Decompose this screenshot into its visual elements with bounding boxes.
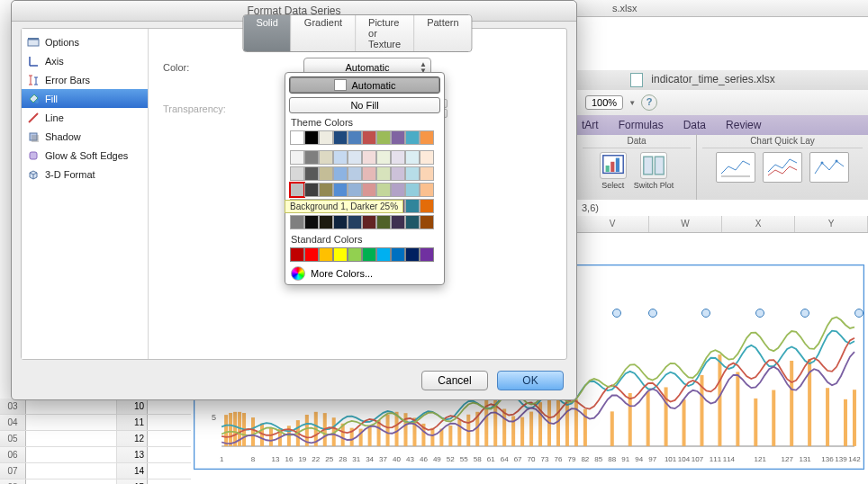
theme-color-swatch[interactable] [304, 130, 319, 145]
col-header-w[interactable]: W [649, 216, 722, 232]
standard-color-swatch[interactable] [348, 247, 362, 262]
theme-tint-swatch[interactable] [376, 166, 391, 181]
theme-tint-swatch[interactable] [362, 183, 376, 197]
standard-color-swatch[interactable] [304, 247, 319, 262]
theme-tint-swatch[interactable] [348, 215, 362, 229]
theme-tint-swatch[interactable] [290, 150, 304, 165]
standard-color-swatch[interactable] [319, 247, 333, 262]
sidebar-item-shadow[interactable]: Shadow [22, 127, 148, 146]
ok-button[interactable]: OK [497, 371, 564, 390]
theme-color-swatch[interactable] [319, 130, 333, 145]
theme-tint-swatch[interactable] [319, 166, 333, 181]
theme-tint-swatch[interactable] [304, 183, 319, 197]
row-header[interactable]: 14 [117, 463, 148, 479]
theme-tint-swatch[interactable] [348, 183, 362, 197]
fill-tab-gradient[interactable]: Gradient [292, 15, 356, 51]
theme-color-swatch[interactable] [362, 130, 376, 145]
fill-tab-picture-or-texture[interactable]: Picture or Texture [356, 15, 414, 51]
zoom-chevron-icon[interactable]: ▼ [628, 99, 636, 107]
switch-plot-button[interactable]: Switch Plot [634, 152, 674, 190]
theme-tint-swatch[interactable] [391, 150, 405, 165]
chart-layout-2[interactable] [763, 152, 802, 183]
theme-tint-swatch[interactable] [405, 183, 420, 197]
theme-tint-swatch[interactable] [333, 150, 348, 165]
fill-tab-pattern[interactable]: Pattern [414, 15, 471, 51]
sidebar-item-3-d-format[interactable]: 3-D Format [22, 165, 148, 184]
color-automatic-button[interactable]: Automatic [289, 76, 440, 94]
theme-tint-swatch[interactable] [290, 183, 304, 197]
col-header-v[interactable]: V [576, 216, 649, 232]
theme-color-swatch[interactable] [420, 130, 434, 145]
standard-color-swatch[interactable] [391, 247, 405, 262]
theme-tint-swatch[interactable] [304, 215, 319, 229]
row-header[interactable]: 13 [117, 447, 148, 462]
theme-tint-swatch[interactable] [319, 215, 333, 229]
theme-tint-swatch[interactable] [420, 199, 434, 213]
standard-color-swatch[interactable] [290, 247, 304, 262]
theme-color-swatch[interactable] [290, 130, 304, 145]
theme-tint-swatch[interactable] [420, 183, 434, 197]
theme-tint-swatch[interactable] [348, 166, 362, 181]
theme-tint-swatch[interactable] [290, 215, 304, 229]
sidebar-item-glow-soft-edges[interactable]: Glow & Soft Edges [22, 146, 148, 165]
fill-tab-solid[interactable]: Solid [243, 15, 291, 51]
theme-tint-swatch[interactable] [362, 215, 376, 229]
theme-tint-swatch[interactable] [420, 215, 434, 229]
theme-tint-swatch[interactable] [348, 150, 362, 165]
theme-tint-swatch[interactable] [391, 215, 405, 229]
theme-tint-swatch[interactable] [405, 215, 420, 229]
chart-selection-handle[interactable] [854, 309, 863, 318]
theme-tint-swatch[interactable] [420, 166, 434, 181]
theme-color-swatch[interactable] [376, 130, 391, 145]
ribbon-tab-formulas[interactable]: Formulas [619, 119, 664, 131]
theme-tint-swatch[interactable] [333, 166, 348, 181]
color-nofill-button[interactable]: No Fill [289, 97, 440, 113]
theme-tint-swatch[interactable] [376, 183, 391, 197]
standard-color-swatch[interactable] [333, 247, 348, 262]
theme-tint-swatch[interactable] [405, 199, 420, 213]
ribbon-tab-review[interactable]: Review [726, 119, 761, 131]
row-header[interactable]: 10 [117, 399, 148, 414]
row-header[interactable]: 11 [117, 415, 148, 430]
row-header[interactable]: 03 [0, 399, 26, 414]
theme-color-swatch[interactable] [333, 130, 348, 145]
theme-tint-swatch[interactable] [319, 150, 333, 165]
row-header[interactable]: 12 [117, 431, 148, 446]
row-header[interactable]: 15 [117, 480, 148, 484]
theme-color-swatch[interactable] [391, 130, 405, 145]
row-header[interactable]: 04 [0, 415, 26, 430]
theme-tint-swatch[interactable] [333, 215, 348, 229]
ribbon-tab-data[interactable]: Data [683, 119, 706, 131]
theme-color-swatch[interactable] [348, 130, 362, 145]
theme-tint-swatch[interactable] [420, 150, 434, 165]
chart-layout-1[interactable] [716, 152, 755, 183]
ribbon-tab-smartart[interactable]: tArt [582, 119, 599, 131]
sidebar-item-options[interactable]: Options [22, 32, 148, 51]
theme-tint-swatch[interactable] [362, 150, 376, 165]
theme-tint-swatch[interactable] [304, 166, 319, 181]
standard-color-swatch[interactable] [362, 247, 376, 262]
standard-color-swatch[interactable] [405, 247, 420, 262]
sidebar-item-error-bars[interactable]: Error Bars [22, 70, 148, 89]
cancel-button[interactable]: Cancel [421, 371, 488, 390]
help-icon[interactable]: ? [641, 94, 657, 111]
sidebar-item-axis[interactable]: Axis [22, 51, 148, 70]
standard-color-swatch[interactable] [376, 247, 391, 262]
more-colors-button[interactable]: More Colors... [289, 263, 440, 281]
row-header[interactable]: 06 [0, 447, 26, 462]
sidebar-item-line[interactable]: Line [22, 108, 148, 127]
theme-tint-swatch[interactable] [304, 150, 319, 165]
theme-tint-swatch[interactable] [405, 150, 420, 165]
theme-tint-swatch[interactable] [376, 215, 391, 229]
formula-bar-fragment[interactable]: 3,6) [576, 200, 868, 217]
chart-selection-handle[interactable] [612, 309, 621, 318]
theme-tint-swatch[interactable] [405, 166, 420, 181]
theme-tint-swatch[interactable] [319, 183, 333, 197]
zoom-level[interactable]: 100% [585, 95, 623, 110]
theme-tint-swatch[interactable] [391, 183, 405, 197]
sidebar-item-fill[interactable]: Fill [22, 89, 148, 108]
theme-tint-swatch[interactable] [391, 166, 405, 181]
row-header[interactable]: 07 [0, 463, 26, 479]
row-header[interactable]: 05 [0, 431, 26, 446]
select-data-button[interactable]: Select [600, 152, 627, 190]
